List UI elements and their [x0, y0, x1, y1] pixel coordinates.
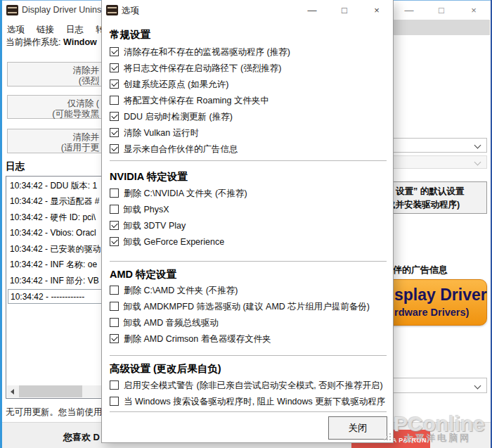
checkbox[interactable]: [110, 205, 119, 214]
checkbox[interactable]: [110, 397, 119, 406]
checkbox-label: 删除 AMD Crimson 着色器缓存文件夹: [124, 334, 271, 344]
dialog-close-action-button[interactable]: 关闭: [328, 416, 387, 440]
checkbox-row[interactable]: 删除 C:\AMD 文件夹 (不推荐): [110, 283, 238, 296]
checkbox[interactable]: [110, 286, 119, 295]
scrollbar-thumb[interactable]: [19, 385, 82, 397]
dialog-title: 选项: [122, 5, 139, 17]
checkbox-label: 卸载 GeForce Experience: [124, 237, 224, 247]
checkbox-row[interactable]: 卸载 AMDKMPFD 筛选器驱动 (建议 AMD 芯片组用户提前备份): [110, 300, 370, 312]
minimize-icon: —: [308, 5, 317, 15]
menu-options[interactable]: 选项: [7, 24, 25, 36]
chevron-left-icon: [11, 389, 14, 395]
current-os-line: 当前操作系统: Window: [6, 37, 97, 49]
checkbox[interactable]: [110, 302, 119, 311]
dialog-minimize-button[interactable]: —: [296, 0, 328, 21]
checkbox-row[interactable]: 删除 C:\NVIDIA 文件夹 (不推荐): [110, 186, 247, 199]
section-header-advanced: 高级设置 (更改后果自负): [110, 362, 221, 376]
checkbox-row[interactable]: 删除 AMD Crimson 着色器缓存文件夹: [110, 332, 271, 345]
checkbox-row[interactable]: 显示来自合作伙伴的广告信息: [110, 142, 238, 155]
banner-subtitle-fragment: rdware Drivers): [394, 307, 469, 318]
checkbox[interactable]: [110, 188, 119, 198]
main-maximize-button[interactable]: □: [425, 0, 458, 21]
checkbox-label: 将日志文件保存在启动路径下 (强烈推荐): [124, 63, 281, 73]
info-text-line: 设置” 的默认设置: [396, 186, 464, 198]
checkbox[interactable]: [110, 380, 119, 390]
checkbox-label: 卸载 3DTV Play: [124, 221, 186, 231]
section-divider: [110, 355, 387, 356]
section-header-general: 常规设置: [110, 28, 150, 41]
checkbox-label: 删除 C:\AMD 文件夹 (不推荐): [124, 286, 238, 295]
button-text-line: 清除并: [73, 65, 100, 75]
os-label: 当前操作系统:: [6, 37, 60, 47]
close-icon: ×: [471, 5, 477, 15]
checkbox-row[interactable]: 卸载 GeForce Experience: [110, 235, 224, 248]
ddu-app-icon: [6, 5, 18, 15]
checkbox-label: DDU 启动时检测更新 (推荐): [124, 112, 233, 122]
checkbox[interactable]: [110, 318, 119, 327]
checkbox[interactable]: [110, 63, 119, 72]
checkbox[interactable]: [110, 96, 119, 105]
checkbox[interactable]: [110, 237, 119, 246]
checkbox-label: 清除存在和不存在的监视器驱动程序 (推荐): [124, 47, 290, 57]
checkbox-label: 卸载 PhysX: [124, 205, 169, 215]
checkbox-row[interactable]: 将配置文件保存在 Roaming 文件夹中: [110, 94, 269, 106]
chevron-down-icon: [474, 159, 481, 166]
checkbox-row[interactable]: 启用安全模式警告 (除非已亲自尝试启动安全模式, 否则不推荐开启): [110, 378, 383, 391]
button-text-line: (适用于更: [61, 143, 99, 153]
menu-links[interactable]: 链接: [37, 24, 54, 36]
button-text-line: 清除并: [73, 132, 100, 142]
checkbox-label: 启用安全模式警告 (除非已亲自尝试启动安全模式, 否则不推荐开启): [124, 380, 383, 390]
like-ddu-text: 您喜欢 D: [0, 431, 100, 444]
button-text-line: 仅清除 (: [67, 98, 99, 108]
dialog-maximize-button[interactable]: □: [328, 0, 361, 21]
update-status-text: 无可用更新。您当前使用一: [6, 407, 111, 418]
chevron-down-icon: [474, 383, 481, 390]
resize-grip[interactable]: [382, 432, 391, 440]
section-header-amd: AMD 特定设置: [110, 268, 176, 281]
checkbox-row[interactable]: 清除存在和不存在的监视器驱动程序 (推荐): [110, 45, 290, 58]
checkbox-row[interactable]: 创建系统还原点 (如果允许): [110, 77, 228, 90]
maximize-icon: □: [439, 5, 444, 15]
main-close-button[interactable]: ×: [458, 0, 490, 21]
info-text-line: 载并安装驱动程序): [387, 199, 460, 211]
checkbox-row[interactable]: 将日志文件保存在启动路径下 (强烈推荐): [110, 61, 281, 74]
checkbox-row[interactable]: 卸载 AMD 音频总线驱动: [110, 316, 219, 328]
checkbox-label: 创建系统还原点 (如果允许): [124, 79, 228, 89]
checkbox[interactable]: [110, 128, 119, 137]
checkbox-row[interactable]: DDU 启动时检测更新 (推荐): [110, 110, 233, 122]
checkbox-label: 卸载 AMD 音频总线驱动: [124, 318, 219, 328]
checkbox-label: 清除 Vulkan 运行时: [124, 128, 199, 138]
checkbox[interactable]: [110, 221, 119, 230]
checkbox-row[interactable]: 清除 Vulkan 运行时: [110, 126, 199, 139]
checkbox[interactable]: [110, 79, 119, 89]
button-text-line: (可能导致黑: [52, 109, 99, 119]
os-value: Window: [63, 37, 97, 47]
button-text-line: (强烈: [79, 76, 99, 86]
maximize-icon: □: [342, 5, 347, 15]
banner-title-fragment: splay Driver: [394, 286, 487, 305]
section-header-nvidia: NVIDIA 特定设置: [110, 170, 188, 184]
checkbox[interactable]: [110, 334, 119, 343]
checkbox-label: 卸载 AMDKMPFD 筛选器驱动 (建议 AMD 芯片组用户提前备份): [124, 302, 370, 312]
checkbox[interactable]: [110, 112, 119, 121]
main-window-title: Display Driver Unins: [22, 5, 101, 15]
scroll-left-button[interactable]: [7, 385, 19, 397]
close-icon: ×: [374, 5, 380, 15]
section-divider: [110, 261, 387, 262]
checkbox[interactable]: [110, 144, 119, 153]
checkbox-label: 显示来自合作伙伴的广告信息: [124, 144, 238, 154]
checkbox-label: 删除 C:\NVIDIA 文件夹 (不推荐): [124, 188, 247, 198]
checkbox-row[interactable]: 当 Windows 搜索设备驱动程序时, 阻止 Windows 更新下载驱动程序: [110, 395, 385, 407]
chevron-down-icon: [474, 142, 481, 149]
checkbox-row[interactable]: 卸载 PhysX: [110, 203, 169, 215]
menu-log[interactable]: 日志: [66, 24, 84, 36]
options-dialog: 选项 — □ × 常规设置 清除存在和不存在的监视器驱动程序 (推荐) 将日志文…: [101, 0, 394, 443]
checkbox-label: 将配置文件保存在 Roaming 文件夹中: [124, 96, 269, 105]
log-section-label: 日志: [6, 160, 25, 173]
section-divider: [110, 411, 387, 412]
dialog-close-button[interactable]: ×: [361, 0, 393, 21]
checkbox[interactable]: [110, 47, 119, 56]
checkbox-row[interactable]: 卸载 3DTV Play: [110, 219, 186, 231]
main-minimize-button[interactable]: —: [393, 0, 425, 21]
checkbox-label: 当 Windows 搜索设备驱动程序时, 阻止 Windows 更新下载驱动程序: [124, 397, 385, 407]
